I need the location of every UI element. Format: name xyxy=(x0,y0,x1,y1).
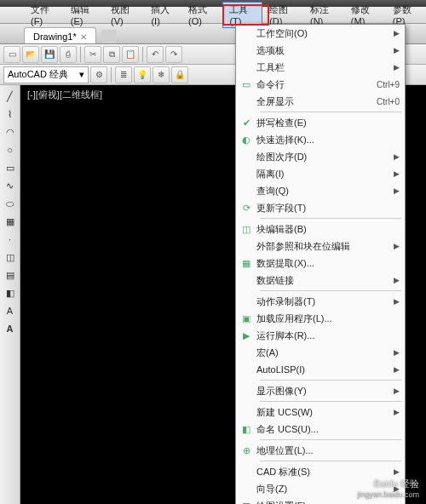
workspace-label: AutoCAD 经典 xyxy=(8,68,68,81)
tools-dropdown-menu: 工作空间(O)▶选项板▶工具栏▶▭命令行Ctrl+9全屏显示Ctrl+0✔拼写检… xyxy=(235,24,406,504)
tool-paste-icon[interactable]: 📋 xyxy=(122,46,139,63)
menu-item[interactable]: 工作空间(O)▶ xyxy=(236,25,405,42)
gear-icon[interactable]: ⚙ xyxy=(90,66,107,83)
layer-icon[interactable]: ≣ xyxy=(115,66,132,83)
menu-视图[interactable]: 视图(V) xyxy=(104,2,144,28)
tool-undo-icon[interactable]: ↶ xyxy=(147,46,164,63)
tool-cut-icon[interactable]: ✂ xyxy=(84,46,101,63)
submenu-arrow-icon: ▶ xyxy=(394,63,400,72)
menu-item-icon xyxy=(236,93,256,110)
close-icon[interactable]: ✕ xyxy=(80,32,87,42)
tool-print-icon[interactable]: ⎙ xyxy=(60,46,77,63)
submenu-arrow-icon: ▶ xyxy=(394,29,400,37)
menu-item[interactable]: ▭命令行Ctrl+9 xyxy=(236,76,405,93)
menu-item-icon xyxy=(236,42,256,59)
menu-item-label: 绘图次序(D) xyxy=(256,151,394,163)
menu-item-label: 块编辑器(B) xyxy=(256,223,400,236)
menu-item[interactable]: 查询(Q)▶ xyxy=(236,182,405,199)
menu-item-icon xyxy=(236,404,256,421)
tool-copy-icon[interactable]: ⧉ xyxy=(103,46,120,63)
menu-separator xyxy=(260,112,401,112)
menu-item-label: 选项板 xyxy=(256,44,394,57)
rectangle-tool-icon[interactable]: ▭ xyxy=(3,160,18,175)
menu-item[interactable]: 外部参照和块在位编辑▶ xyxy=(236,238,405,255)
menu-item[interactable]: 动作录制器(T)▶ xyxy=(236,293,405,310)
menu-item-icon xyxy=(236,165,256,182)
mtext-tool-icon[interactable]: A xyxy=(3,321,18,336)
lock-icon[interactable]: 🔒 xyxy=(171,66,188,83)
menu-item[interactable]: 显示图像(Y)▶ xyxy=(236,382,405,399)
bulb-icon[interactable]: 💡 xyxy=(134,66,151,83)
submenu-arrow-icon: ▶ xyxy=(394,152,400,161)
menu-item[interactable]: AutoLISP(I)▶ xyxy=(236,361,405,378)
menu-item-icon: ▣ xyxy=(236,310,256,327)
document-tab[interactable]: Drawing1* ✕ xyxy=(24,27,96,43)
table-tool-icon[interactable]: ▤ xyxy=(3,267,18,283)
block-tool-icon[interactable]: ◫ xyxy=(3,249,18,265)
arc-tool-icon[interactable]: ◠ xyxy=(3,124,18,140)
viewport-label: [-][俯视][二维线框] xyxy=(27,89,102,101)
hatch-tool-icon[interactable]: ▦ xyxy=(3,214,18,229)
menu-item[interactable]: 全屏显示Ctrl+0 xyxy=(236,93,405,110)
menu-item[interactable]: 数据链接▶ xyxy=(236,272,405,289)
menu-item[interactable]: ▶运行脚本(R)... xyxy=(236,327,405,344)
menu-item-icon xyxy=(236,182,256,199)
menu-item[interactable]: 选项板▶ xyxy=(236,42,405,59)
menu-item-label: 显示图像(Y) xyxy=(256,385,394,398)
menu-item-label: AutoLISP(I) xyxy=(256,364,394,375)
polyline-tool-icon[interactable]: ⌇ xyxy=(3,106,18,122)
text-tool-icon[interactable]: A xyxy=(3,303,18,318)
submenu-arrow-icon: ▶ xyxy=(394,387,400,395)
menu-item-icon: ◧ xyxy=(236,421,256,438)
menu-item[interactable]: ✔拼写检查(E) xyxy=(236,114,405,131)
tool-new-icon[interactable]: ▭ xyxy=(3,46,20,63)
menu-separator xyxy=(260,218,401,219)
menu-item-label: 拼写检查(E) xyxy=(256,117,400,129)
menubar: 文件(F)编辑(E)视图(V)插入(I)格式(O)工具(T)绘图(D)标注(N)… xyxy=(0,7,426,24)
menu-item[interactable]: 隔离(I)▶ xyxy=(236,165,405,182)
circle-tool-icon[interactable]: ○ xyxy=(3,142,18,158)
menu-item[interactable]: 新建 UCS(W)▶ xyxy=(236,404,405,421)
menu-item-icon xyxy=(236,463,256,480)
menu-item-label: 命名 UCS(U)... xyxy=(256,423,400,436)
line-tool-icon[interactable]: ╱ xyxy=(3,89,18,104)
menu-item[interactable]: ◫块编辑器(B) xyxy=(236,220,405,238)
new-tab-button[interactable] xyxy=(101,30,117,43)
menu-插入[interactable]: 插入(I) xyxy=(144,2,181,28)
ellipse-tool-icon[interactable]: ⬭ xyxy=(3,196,18,211)
menu-item-icon xyxy=(236,148,256,165)
menu-item-icon xyxy=(236,480,256,497)
menu-separator xyxy=(260,439,401,440)
menu-item-icon: ✔ xyxy=(236,114,256,131)
menu-item-label: 数据提取(X)... xyxy=(256,257,400,270)
tool-redo-icon[interactable]: ↷ xyxy=(165,46,182,63)
menu-item-label: 地理位置(L)... xyxy=(256,444,400,457)
spline-tool-icon[interactable]: ∿ xyxy=(3,178,18,193)
tool-save-icon[interactable]: 💾 xyxy=(41,46,58,63)
tool-open-icon[interactable]: 📂 xyxy=(22,46,39,63)
menu-item-icon: ▶ xyxy=(236,327,256,344)
menu-编辑[interactable]: 编辑(E) xyxy=(64,2,104,28)
submenu-arrow-icon: ▶ xyxy=(394,408,400,416)
freeze-icon[interactable]: ❄ xyxy=(153,66,170,83)
menu-item[interactable]: ◐快速选择(K)... xyxy=(236,131,405,148)
menu-item[interactable]: 工具栏▶ xyxy=(236,59,405,76)
menu-item[interactable]: ◧命名 UCS(U)... xyxy=(236,421,405,438)
menu-item-label: 隔离(I) xyxy=(256,168,394,180)
menu-item[interactable]: ⊕地理位置(L)... xyxy=(236,442,405,459)
workspace-selector[interactable]: AutoCAD 经典 ▾ xyxy=(3,66,89,83)
menu-item[interactable]: ▣加载应用程序(L)... xyxy=(236,310,405,327)
menu-item[interactable]: ⟳更新字段(T) xyxy=(236,199,405,216)
menu-item[interactable]: ▦数据提取(X)... xyxy=(236,255,405,272)
menu-item[interactable]: 绘图次序(D)▶ xyxy=(236,148,405,165)
menu-文件[interactable]: 文件(F) xyxy=(24,2,64,28)
menu-separator xyxy=(260,380,401,381)
region-tool-icon[interactable]: ◧ xyxy=(3,285,18,301)
menu-item-label: 绘图设置(F)... xyxy=(256,500,400,505)
menu-item-icon xyxy=(236,361,256,378)
point-tool-icon[interactable]: · xyxy=(3,232,18,247)
menu-item[interactable]: 宏(A)▶ xyxy=(236,344,405,361)
divider xyxy=(111,67,112,83)
menu-格式[interactable]: 格式(O) xyxy=(181,2,222,28)
submenu-arrow-icon: ▶ xyxy=(394,186,400,195)
